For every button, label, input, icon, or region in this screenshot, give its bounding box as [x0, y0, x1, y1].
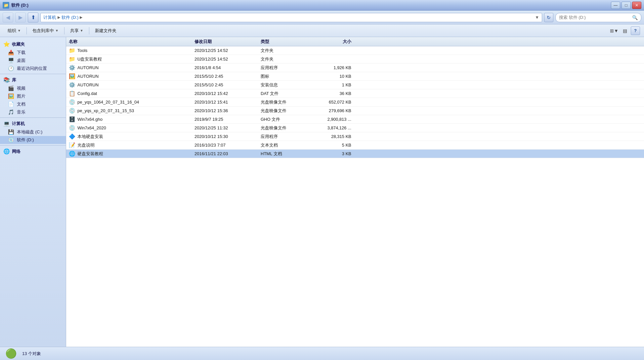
- column-type[interactable]: 类型: [258, 39, 311, 45]
- breadcrumb-computer[interactable]: 计算机: [43, 15, 56, 21]
- view-toggle-button[interactable]: ⊞▼: [610, 26, 619, 35]
- include-library-button[interactable]: 包含到库中 ▼: [29, 26, 62, 35]
- sidebar-divider-2: [0, 117, 66, 118]
- sidebar-item-video[interactable]: 🎬 视频: [0, 84, 66, 92]
- titlebar-controls[interactable]: — □ ✕: [611, 2, 641, 9]
- file-icon: 💿: [69, 99, 75, 105]
- file-date-cell: 2020/10/12 15:36: [192, 108, 258, 113]
- file-icon: 🗄️: [69, 116, 75, 122]
- maximize-button[interactable]: □: [622, 2, 631, 9]
- share-button[interactable]: 共享 ▼: [66, 26, 87, 35]
- network-icon: 🌐: [3, 148, 10, 155]
- address-bar[interactable]: 计算机 ▶ 软件 (D:) ▶ ▼: [40, 13, 542, 22]
- table-row[interactable]: 💿pe_yqs_1064_20_07_31_16_042020/10/12 15…: [66, 98, 644, 107]
- sidebar-network-label: 网络: [12, 149, 21, 155]
- sidebar-computer-header[interactable]: 💻 计算机: [0, 119, 66, 128]
- forward-button[interactable]: ▶: [15, 13, 26, 22]
- refresh-button[interactable]: ↻: [544, 13, 553, 22]
- organize-label: 组织: [8, 28, 16, 34]
- file-date-cell: 2015/5/10 2:45: [192, 74, 258, 79]
- new-folder-button[interactable]: 新建文件夹: [91, 26, 120, 35]
- back-button[interactable]: ◀: [3, 13, 13, 22]
- breadcrumb-disk-d[interactable]: 软件 (D:): [62, 15, 78, 21]
- search-input[interactable]: [559, 15, 630, 20]
- file-date-cell: 2020/10/12 15:42: [192, 91, 258, 96]
- statusbar: 🟢 13 个对象: [0, 347, 644, 360]
- table-row[interactable]: ⚙️AUTORUN2016/1/8 4:54应用程序1,926 KB: [66, 64, 644, 72]
- video-icon: 🎬: [8, 85, 14, 91]
- file-name-cell: ⚙️AUTORUN: [66, 82, 192, 88]
- table-row[interactable]: 📋Config.dat2020/10/12 15:42DAT 文件36 KB: [66, 89, 644, 98]
- close-button[interactable]: ✕: [632, 2, 641, 9]
- toolbar: ◀ ▶ ⬆ 计算机 ▶ 软件 (D:) ▶ ▼ ↻ 🔍: [0, 11, 644, 24]
- actionbar-divider-1: [26, 27, 27, 34]
- file-icon: 💿: [69, 125, 75, 131]
- table-row[interactable]: 📝光盘说明2016/10/23 7:07文本文档5 KB: [66, 141, 644, 150]
- disk-c-icon: 💾: [8, 129, 14, 135]
- file-name: 本地硬盘安装: [77, 134, 103, 140]
- table-row[interactable]: 🗄️Win7x64.gho2019/9/7 19:25GHO 文件2,900,8…: [66, 115, 644, 124]
- sidebar-divider-1: [0, 74, 66, 74]
- preview-pane-button[interactable]: ▤: [620, 26, 629, 35]
- sidebar-library-label: 库: [12, 77, 16, 83]
- sidebar-desktop-label: 桌面: [17, 58, 25, 64]
- file-size-cell: 3,874,126 ...: [311, 125, 354, 130]
- minimize-button[interactable]: —: [611, 2, 620, 9]
- new-folder-label: 新建文件夹: [95, 28, 116, 34]
- sidebar-item-picture[interactable]: 🖼️ 图片: [0, 92, 66, 100]
- sidebar-network-header[interactable]: 🌐 网络: [0, 147, 66, 156]
- organize-button[interactable]: 组织 ▼: [4, 26, 24, 35]
- statusbar-icon: 🟢: [5, 348, 17, 359]
- sidebar-library-header[interactable]: 📚 库: [0, 75, 66, 84]
- table-row[interactable]: 📁Tools2020/12/25 14:52文件夹: [66, 46, 644, 55]
- file-size-cell: 652,072 KB: [311, 100, 354, 105]
- titlebar-left: 📁 软件 (D:): [3, 2, 28, 9]
- sidebar-favorites-section: ⭐ 收藏夹 📥 下载 🖥️ 桌面 🕐 最近访问的位置: [0, 40, 66, 72]
- sidebar-favorites-label: 收藏夹: [12, 41, 25, 47]
- up-button[interactable]: ⬆: [28, 13, 38, 22]
- file-name-cell: 🗄️Win7x64.gho: [66, 116, 192, 122]
- picture-icon: 🖼️: [8, 93, 14, 99]
- file-name-cell: 💿pe_yqs_1064_20_07_31_16_04: [66, 99, 192, 105]
- actionbar: 组织 ▼ 包含到库中 ▼ 共享 ▼ 新建文件夹 ⊞▼ ▤ ?: [0, 24, 644, 37]
- file-name-cell: 📁Tools: [66, 47, 192, 54]
- search-bar[interactable]: 🔍: [555, 13, 641, 22]
- table-row[interactable]: 💿Win7x64_20202020/12/25 11:32光盘映像文件3,874…: [66, 124, 644, 132]
- address-dropdown-btn[interactable]: ▼: [535, 15, 539, 20]
- actionbar-divider-3: [89, 27, 89, 34]
- sidebar-disk-c-label: 本地磁盘 (C:): [17, 129, 42, 135]
- table-row[interactable]: 🖼️AUTORUN2015/5/10 2:45图标10 KB: [66, 72, 644, 81]
- table-row[interactable]: 📁U盘安装教程2020/12/25 14:52文件夹: [66, 55, 644, 64]
- search-icon[interactable]: 🔍: [632, 15, 638, 20]
- column-size[interactable]: 大小: [311, 39, 354, 45]
- table-row[interactable]: 🌐硬盘安装教程2016/11/21 22:03HTML 文档3 KB: [66, 150, 644, 158]
- table-row[interactable]: ⚙️AUTORUN2015/5/10 2:45安装信息1 KB: [66, 81, 644, 89]
- sidebar-computer-section: 💻 计算机 💾 本地磁盘 (C:) 💿 软件 (D:): [0, 119, 66, 144]
- window-title: 软件 (D:): [11, 2, 28, 8]
- column-name[interactable]: 名称: [66, 39, 192, 45]
- sidebar-item-disk-d[interactable]: 💿 软件 (D:): [0, 136, 66, 144]
- file-name-cell: 🔷本地硬盘安装: [66, 133, 192, 140]
- sidebar-music-label: 音乐: [17, 109, 25, 115]
- sidebar-recent-label: 最近访问的位置: [17, 66, 47, 71]
- table-row[interactable]: 💿pe_yqs_xp_20_07_31_15_532020/10/12 15:3…: [66, 107, 644, 115]
- sidebar-favorites-header[interactable]: ⭐ 收藏夹: [0, 40, 66, 49]
- file-date-cell: 2016/11/21 22:03: [192, 151, 258, 156]
- share-label: 共享: [70, 28, 79, 34]
- help-button[interactable]: ?: [631, 26, 640, 35]
- sidebar-computer-label: 计算机: [12, 121, 25, 127]
- file-name: pe_yqs_1064_20_07_31_16_04: [77, 100, 139, 105]
- sidebar-item-recent[interactable]: 🕐 最近访问的位置: [0, 65, 66, 72]
- sidebar-item-download[interactable]: 📥 下载: [0, 49, 66, 57]
- file-type-cell: 光盘映像文件: [258, 125, 311, 131]
- share-chevron: ▼: [80, 29, 83, 32]
- sidebar-item-desktop[interactable]: 🖥️ 桌面: [0, 57, 66, 65]
- file-type-cell: 文件夹: [258, 48, 311, 54]
- sidebar-item-music[interactable]: 🎵 音乐: [0, 108, 66, 116]
- file-icon: 🖼️: [69, 73, 75, 79]
- sidebar-item-document[interactable]: 📄 文档: [0, 100, 66, 108]
- file-size-cell: 2,900,813 ...: [311, 117, 354, 122]
- column-date[interactable]: 修改日期: [192, 39, 258, 45]
- sidebar-item-disk-c[interactable]: 💾 本地磁盘 (C:): [0, 128, 66, 136]
- table-row[interactable]: 🔷本地硬盘安装2020/10/12 15:30应用程序28,315 KB: [66, 132, 644, 141]
